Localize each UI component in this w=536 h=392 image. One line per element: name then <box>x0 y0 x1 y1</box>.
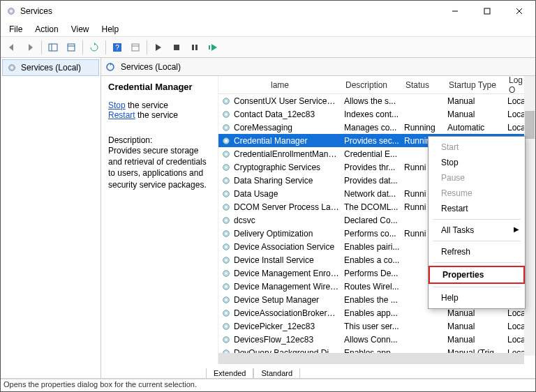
minimize-button[interactable] <box>439 1 471 22</box>
description-text: Provides secure storage and retrieval of… <box>108 145 211 190</box>
service-row[interactable]: Contact Data_12ec83Indexes cont...Manual… <box>218 107 535 121</box>
cell-description: Allows the s... <box>344 96 404 106</box>
cell-description: Performs De... <box>344 269 404 278</box>
cell-name: Contact Data_12ec83 <box>234 110 344 119</box>
svg-point-50 <box>225 285 228 288</box>
tree-label: Services (Local) <box>21 63 81 73</box>
col-startup-type[interactable]: Startup Type <box>445 80 505 90</box>
context-menu-resume: Resume <box>429 186 525 201</box>
tab-standard[interactable]: Standard <box>253 368 300 379</box>
cell-name: DeviceAssociationBroker_12... <box>234 308 344 318</box>
svg-point-42 <box>225 232 228 235</box>
svg-point-46 <box>225 259 228 262</box>
selected-service-title: Credential Manager <box>108 82 211 92</box>
scroll-thumb[interactable] <box>525 111 535 139</box>
context-menu-pause: Pause <box>429 170 525 186</box>
svg-point-1 <box>10 10 13 13</box>
context-menu-help[interactable]: Help <box>429 290 525 306</box>
cell-name: Device Management Wireles... <box>234 282 344 292</box>
back-button[interactable] <box>3 39 20 56</box>
help-button[interactable]: ? <box>109 39 126 56</box>
svg-point-22 <box>225 100 228 103</box>
menu-bar: File Action View Help <box>1 22 535 37</box>
export-list-button[interactable] <box>63 39 80 56</box>
cell-name: Device Setup Manager <box>234 295 344 305</box>
cell-description: Declared Co... <box>344 216 404 225</box>
service-row[interactable]: DevicesFlow_12ec83Allows Conn...ManualLo… <box>218 333 535 346</box>
menu-file[interactable]: File <box>3 23 28 36</box>
list-pane: lame Description Status Startup Type Log… <box>218 76 535 364</box>
svg-text:?: ? <box>115 44 119 52</box>
refresh-icon <box>105 62 115 72</box>
cell-description: Manages co... <box>344 123 404 133</box>
context-menu-separator <box>433 262 521 263</box>
maximize-button[interactable] <box>471 1 503 22</box>
menu-help[interactable]: Help <box>96 23 125 36</box>
cell-startup: Manual <box>447 96 507 106</box>
svg-rect-6 <box>49 44 57 51</box>
cell-name: Data Sharing Service <box>234 176 344 186</box>
cell-name: Credential Manager <box>234 136 344 146</box>
restart-service-button[interactable] <box>204 39 221 56</box>
context-menu-restart[interactable]: Restart <box>429 201 525 216</box>
cell-name: Device Management Enroll... <box>234 269 344 278</box>
refresh-button[interactable] <box>86 39 103 56</box>
vertical-scrollbar[interactable] <box>524 76 535 356</box>
menu-action[interactable]: Action <box>29 23 64 36</box>
column-headers[interactable]: lame Description Status Startup Type Log… <box>218 76 535 94</box>
cell-description: Network dat... <box>344 189 404 199</box>
context-menu-properties[interactable]: Properties <box>429 266 525 284</box>
menu-view[interactable]: View <box>66 23 95 36</box>
cell-name: DCOM Server Process Launc... <box>234 202 344 212</box>
col-description[interactable]: Description <box>341 80 401 90</box>
right-pane: Services (Local) Credential Manager Stop… <box>101 58 535 378</box>
context-menu: StartStopPauseResumeRestartAll Tasks▶Ref… <box>428 136 526 309</box>
svg-point-30 <box>225 153 228 156</box>
context-menu-separator <box>433 287 521 287</box>
cell-description: Routes Wirel... <box>344 282 404 292</box>
svg-point-58 <box>225 338 228 341</box>
tab-extended[interactable]: Extended <box>206 368 253 379</box>
right-header: Services (Local) <box>101 58 535 76</box>
svg-rect-17 <box>209 45 210 50</box>
svg-rect-12 <box>132 44 139 51</box>
col-name[interactable]: lame <box>218 80 341 90</box>
service-row[interactable]: CoreMessagingManages co...RunningAutomat… <box>218 121 535 134</box>
cell-description: Indexes cont... <box>344 110 404 119</box>
service-row[interactable]: DevQuery Background Disc...Enables app..… <box>218 346 535 353</box>
tree-services-local[interactable]: Services (Local) <box>2 59 99 76</box>
pause-service-button[interactable] <box>186 39 203 56</box>
tab-strip: Extended Standard <box>101 364 535 378</box>
stop-link[interactable]: Stop <box>108 100 126 110</box>
show-hide-tree-button[interactable] <box>45 39 61 56</box>
stop-service-button[interactable] <box>168 39 185 56</box>
horizontal-scrollbar[interactable] <box>218 353 524 364</box>
cell-startup: Automatic <box>447 123 507 133</box>
context-menu-separator <box>433 219 521 220</box>
context-menu-start: Start <box>429 140 525 155</box>
context-menu-all-tasks[interactable]: All Tasks▶ <box>429 223 525 238</box>
cell-description: Performs co... <box>344 229 404 239</box>
forward-button[interactable] <box>22 39 38 56</box>
service-row[interactable]: DevicePicker_12ec83This user ser...Manua… <box>218 319 535 333</box>
cell-description: Enables the ... <box>344 295 404 305</box>
context-menu-refresh[interactable]: Refresh <box>429 244 525 259</box>
cell-description: Enables app... <box>344 348 404 354</box>
service-row[interactable]: ConsentUX User Service_12e...Allows the … <box>218 94 535 107</box>
svg-point-32 <box>225 166 228 169</box>
cell-name: CoreMessaging <box>234 123 344 133</box>
description-label: Description: <box>108 135 211 145</box>
restart-link[interactable]: Restart <box>108 110 135 120</box>
col-status[interactable]: Status <box>401 80 445 90</box>
close-button[interactable] <box>503 1 535 22</box>
cell-startup: Manual (Trigg... <box>447 348 507 354</box>
svg-point-24 <box>225 113 228 116</box>
svg-rect-14 <box>174 45 179 50</box>
cell-name: DevicePicker_12ec83 <box>234 322 344 331</box>
app-icon <box>6 6 16 16</box>
cell-name: DevicesFlow_12ec83 <box>234 335 344 345</box>
start-service-button[interactable] <box>150 39 167 56</box>
cell-startup: Manual <box>447 322 507 331</box>
properties-button[interactable] <box>127 39 144 56</box>
context-menu-stop[interactable]: Stop <box>429 155 525 170</box>
